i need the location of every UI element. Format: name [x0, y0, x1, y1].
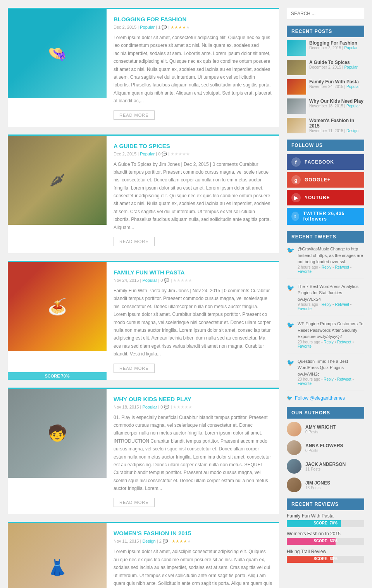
post-category: Design [142, 539, 155, 543]
author-info: ANNA FLOWERS 0 Posts [305, 443, 343, 453]
facebook-icon: f [291, 157, 301, 167]
recent-post-title: Why Our Kids Need Play [309, 98, 364, 104]
tweets-heading: RECENT TWEETS [287, 231, 364, 243]
social-twitter-button[interactable]: t TWITTER 26,435 followers [287, 208, 364, 225]
image-placeholder: 🧒 [48, 424, 67, 442]
page-container: 👒 BLOGGING FOR FASHION Dec 2, 2015 | Pop… [0, 0, 372, 588]
tweet-body: @GravitasMusic Change to http Instead of… [298, 246, 364, 274]
author-name: AMY WRIGHT [305, 424, 336, 430]
post-category: Popular [142, 278, 157, 283]
post-image: 🍝 SCORE 70% [8, 262, 107, 380]
star-0: ★ [170, 152, 174, 156]
tweet-action-retweet[interactable]: Retweet [337, 377, 351, 381]
follow-elegantthemes-button[interactable]: 🐦 Follow @elegantthemes [287, 395, 364, 401]
recent-post-thumb [287, 118, 306, 133]
twitter-icon: 🐦 [287, 284, 294, 311]
tweet-action-retweet[interactable]: Retweet [337, 340, 351, 344]
review-bar-bg: SCORE: 60% [287, 556, 364, 563]
tweet-action-favorite[interactable]: Favorite [298, 381, 312, 386]
review-bar-bg: SCORE: 63% [287, 538, 364, 545]
recent-post-meta: November 11, 2015 | Design [309, 129, 364, 133]
tweet-1: 🐦 The 7 Best WordPress Analytics Plugins… [287, 283, 364, 316]
score-badge: SCORE 70% [8, 372, 107, 380]
review-score-label: SCORE: 60% [287, 557, 364, 561]
post-content: A GUIDE TO SPICES Dec 2, 2015 | Popular … [107, 136, 279, 253]
post-title[interactable]: A GUIDE TO SPICES [114, 143, 272, 149]
post-title[interactable]: WOMEN'S FASHION IN 2015 [114, 530, 272, 536]
author-name: JACK ANDERSON [305, 462, 346, 467]
star-3: ★ [182, 152, 186, 156]
tweet-action-reply[interactable]: Reply [324, 340, 334, 344]
tweet-action-favorite[interactable]: Favorite [298, 269, 312, 274]
star-4: ★ [186, 152, 190, 156]
tweet-action-reply[interactable]: Reply [324, 377, 334, 381]
recent-post-meta: November 18, 2015 | Popular [309, 104, 364, 108]
star-3: ★ [184, 405, 188, 409]
follow-label: Follow @elegantthemes [295, 395, 345, 401]
search-input[interactable] [287, 8, 364, 19]
social-facebook-button[interactable]: f FACEBOOK [287, 154, 364, 170]
youtube-label: YOUTUBE [305, 195, 330, 200]
tweets-list: 🐦 @GravitasMusic Change to http Instead … [287, 246, 364, 391]
recent-post-info: Family Fun With Pasta November 24, 2015 … [309, 79, 364, 89]
twitter-icon: 🐦 [287, 321, 294, 348]
recent-post-item[interactable]: A Guide To Spices December 2, 2015 | Pop… [287, 60, 364, 75]
post-meta: Nov 24, 2015 | Popular | 0 💬 | ★★★★★ [114, 278, 272, 283]
authors-section: OUR AUTHORS AMY WRIGHT 0 Posts ANNA FLOW… [287, 407, 364, 492]
author-avatar [287, 422, 301, 436]
tweet-text: WP Engine Prompts Customers To Reset Pas… [298, 321, 364, 340]
tweet-0: 🐦 @GravitasMusic Change to http Instead … [287, 246, 364, 279]
author-posts: 11 Posts [305, 467, 346, 471]
post-title[interactable]: WHY OUR KIDS NEED PLAY [114, 396, 272, 402]
star-2: ★ [181, 405, 184, 409]
recent-post-thumb [287, 79, 306, 95]
tweet-action-retweet[interactable]: Retweet [335, 265, 349, 269]
recent-post-item[interactable]: Blogging For Fashion December 2, 2015 | … [287, 40, 364, 56]
tweet-action-reply[interactable]: Reply [322, 265, 332, 269]
tweet-action-reply[interactable]: Reply [322, 302, 332, 307]
author-anna-flowers: ANNA FLOWERS 0 Posts [287, 440, 364, 455]
reviews-section: RECENT REVIEWS Family Fun With Pasta SCO… [287, 498, 364, 563]
recent-post-item[interactable]: Women's Fashion In 2015 November 11, 201… [287, 118, 364, 133]
posts-list: 👒 BLOGGING FOR FASHION Dec 2, 2015 | Pop… [8, 8, 279, 588]
read-more-button[interactable]: READ MORE [114, 364, 155, 373]
post-comments: 0 [160, 405, 163, 409]
review-score-label: SCORE: 70% [287, 521, 364, 525]
image-placeholder: 🌶 [50, 171, 65, 189]
post-meta: Dec 2, 2015 | Popular | 1 💬 | ★★★★★ [114, 25, 272, 30]
social-youtube-button[interactable]: ▶ YOUTUBE [287, 190, 364, 205]
star-3: ★ [182, 25, 186, 29]
recent-post-item[interactable]: Family Fun With Pasta November 24, 2015 … [287, 79, 364, 95]
tweet-action-favorite[interactable]: Favorite [298, 307, 312, 311]
tweet-action-retweet[interactable]: Retweet [335, 302, 349, 307]
tweet-text: Question Time: The 9 Best WordPress Quiz… [298, 358, 364, 378]
social-google-button[interactable]: g GOOGLE+ [287, 172, 364, 188]
recent-post-info: Blogging For Fashion December 2, 2015 | … [309, 40, 364, 50]
post-card-womens-fashion-in-2015: 👗 SCORE 63% WOMEN'S FASHION IN 2015 Nov … [8, 522, 279, 588]
author-name: ANNA FLOWERS [305, 443, 343, 448]
authors-list: AMY WRIGHT 0 Posts ANNA FLOWERS 0 Posts … [287, 422, 364, 492]
recent-post-title: Blogging For Fashion [309, 40, 364, 46]
reviews-heading: RECENT REVIEWS [287, 498, 364, 510]
post-comments: 2 [159, 539, 162, 543]
read-more-button[interactable]: READ MORE [114, 237, 155, 246]
twitter-icon-small: 🐦 [287, 395, 293, 401]
post-card-blogging-for-fashion: 👒 BLOGGING FOR FASHION Dec 2, 2015 | Pop… [8, 8, 279, 127]
recent-post-thumb [287, 40, 306, 56]
tweet-time: 20 hours ago - Reply • Retweet • Favorit… [298, 340, 364, 348]
post-comments: 1 [158, 25, 160, 29]
author-info: JACK ANDERSON 11 Posts [305, 462, 346, 471]
tweet-action-favorite[interactable]: Favorite [298, 344, 312, 348]
recent-posts-heading: RECENT POSTS [287, 26, 364, 37]
review-item: Family Fun With Pasta SCORE: 70% [287, 513, 364, 527]
post-title[interactable]: BLOGGING FOR FASHION [114, 16, 272, 22]
post-meta: Dec 2, 2015 | Popular | 0 💬 | ★★★★★ [114, 152, 272, 157]
read-more-button[interactable]: READ MORE [114, 110, 155, 120]
recent-post-item[interactable]: Why Our Kids Need Play November 18, 2015… [287, 98, 364, 114]
post-text: Lorem ipsum dolor sit amet, consectetur … [114, 34, 272, 105]
post-title[interactable]: FAMILY FUN WITH PASTA [114, 269, 272, 276]
review-title: Women's Fashion In 2015 [287, 531, 364, 536]
read-more-button[interactable]: READ MORE [114, 498, 155, 507]
image-placeholder: 👗 [48, 559, 67, 577]
tweet-body: WP Engine Prompts Customers To Reset Pas… [298, 321, 364, 348]
